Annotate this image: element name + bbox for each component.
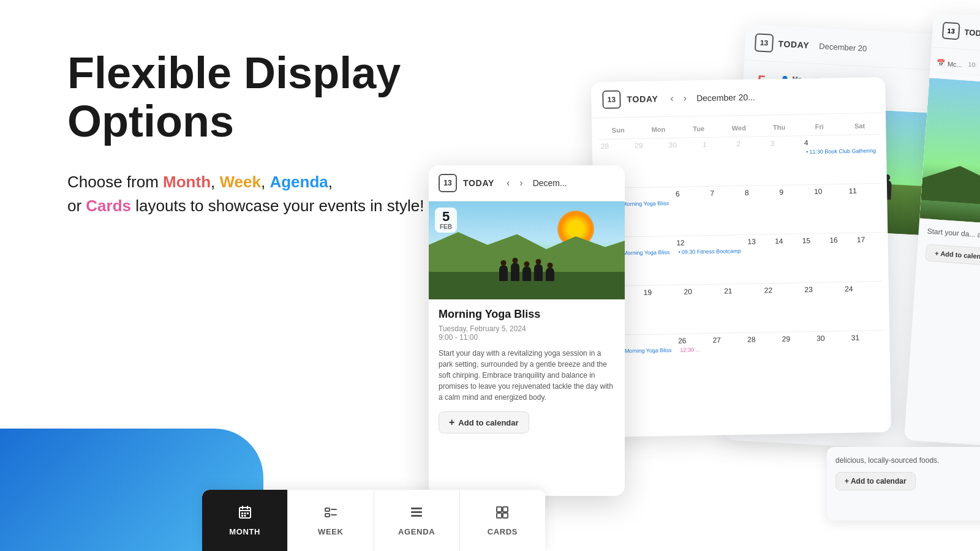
card-date-num: 5	[440, 210, 452, 223]
cell-2[interactable]: 2	[734, 137, 769, 186]
svg-rect-6	[247, 512, 249, 514]
cell-28b[interactable]: 28	[745, 332, 780, 381]
svg-rect-13	[411, 508, 422, 509]
cell-12[interactable]: 12 09:30 Fitness Bootcamp	[674, 235, 746, 285]
cell-30b[interactable]: 30	[814, 331, 850, 380]
cell-13[interactable]: 13	[745, 234, 773, 283]
add-to-calendar-front[interactable]: + Add to calendar	[439, 411, 529, 433]
comma3: ,	[328, 173, 333, 191]
svg-rect-19	[503, 513, 508, 518]
card-title: Morning Yoga Bliss	[439, 308, 615, 321]
svg-rect-4	[241, 512, 243, 514]
nav-agenda[interactable]: AGENDA	[374, 490, 460, 551]
cell-7[interactable]: 7	[707, 186, 743, 235]
back-today-label[interactable]: TODAY	[778, 39, 810, 50]
day-tue: Tue	[679, 122, 719, 135]
add-to-calendar-second[interactable]: + Add to calendar	[835, 472, 916, 490]
cell-29[interactable]: 29	[632, 138, 667, 187]
calendar-panels: 13 TODAY December 20 5 FEB Mc... 10:	[429, 18, 980, 545]
cell-3[interactable]: 3	[767, 136, 802, 185]
week-5: 25 10:00 Morning Yoga Bliss 26 12:30 ...…	[601, 330, 884, 384]
cell-31[interactable]: 31	[849, 331, 884, 380]
card-description: Start your day with a revitalizing yoga …	[439, 348, 615, 403]
panel-mid: 13 TODAY ‹ › December 20... Sun Mon Tue …	[591, 77, 891, 437]
svg-rect-16	[497, 507, 502, 512]
today-badge-back: 13	[755, 33, 774, 53]
comma2: ,	[261, 173, 270, 191]
cell-19[interactable]: 19	[641, 285, 682, 334]
cell-11[interactable]: 11	[846, 184, 881, 233]
highlight-agenda: Agenda	[270, 173, 328, 191]
cell-21[interactable]: 21	[722, 283, 763, 332]
mid-grid: Sun Mon Tue Wed Thu Fri Sat 28 29 30 1 2…	[592, 113, 891, 390]
prev-btn-mid[interactable]: ‹	[666, 92, 677, 105]
month-icon	[238, 505, 252, 523]
month-label: MONTH	[229, 527, 260, 536]
week-icon	[323, 505, 338, 523]
today-btn-front[interactable]: TODAY	[463, 178, 494, 188]
svg-rect-8	[244, 515, 246, 517]
day-mon: Mon	[638, 123, 679, 136]
cell-20[interactable]: 20	[681, 285, 722, 334]
week-2: 5 10:00 Morning Yoga Bliss 6 7 8 9 10 11	[599, 183, 881, 237]
next-btn-mid[interactable]: ›	[680, 91, 691, 105]
today-btn-mid[interactable]: TODAY	[627, 94, 658, 104]
cell-6[interactable]: 6	[673, 187, 709, 236]
cell-27[interactable]: 27	[710, 333, 745, 382]
cell-30[interactable]: 30	[666, 138, 701, 187]
card-event-image: 5 FEB	[429, 201, 625, 299]
agenda-label: AGENDA	[398, 527, 435, 536]
week-4: 18 19 20 21 22 23 24	[601, 281, 883, 335]
nav-week[interactable]: WEEK	[288, 490, 374, 551]
svg-rect-9	[325, 508, 330, 511]
cell-9[interactable]: 9	[777, 185, 812, 234]
today-badge-mid: 13	[602, 90, 621, 109]
day-fri: Fri	[799, 120, 840, 133]
day-sat: Sat	[839, 119, 880, 132]
week-label: WEEK	[318, 527, 344, 536]
cell-29b[interactable]: 29	[780, 332, 815, 381]
card-date-overlay: 5 FEB	[435, 208, 457, 233]
cell-8[interactable]: 8	[742, 186, 778, 234]
card-people	[429, 263, 625, 281]
right-image-bg	[919, 78, 980, 231]
cell-14[interactable]: 14	[772, 234, 801, 283]
back-month-label: December 20	[819, 41, 867, 53]
month-year-mid: December 20...	[696, 92, 755, 103]
cell-26[interactable]: 26 12:30 ...	[676, 334, 711, 383]
add-cal-text: Add to calendar	[458, 418, 518, 427]
cell-17[interactable]: 17	[854, 233, 883, 282]
prev-btn-front[interactable]: ‹	[503, 176, 513, 190]
nav-cards[interactable]: CARDS	[460, 490, 545, 551]
cell-4[interactable]: 4 11:30 Book Club Gathering	[802, 135, 881, 184]
right-add-cal[interactable]: + Add to calend...	[925, 244, 980, 266]
second-card-text: delicious, locally-sourced foods.	[835, 455, 980, 466]
image-scene	[429, 201, 625, 299]
cell-23[interactable]: 23	[802, 282, 843, 331]
left-section: Flexible Display Options Choose from Mon…	[67, 49, 466, 218]
back-today-num: 13	[760, 39, 768, 48]
week-3: 11 10:00 Morning Yoga Bliss 12 09:30 Fit…	[600, 232, 882, 286]
svg-rect-17	[503, 507, 508, 512]
day-sun: Sun	[598, 124, 638, 137]
card-content: Morning Yoga Bliss Tuesday, February 5, …	[429, 299, 625, 442]
cell-24[interactable]: 24	[842, 282, 883, 331]
cell-16[interactable]: 16	[827, 233, 855, 282]
cell-10[interactable]: 10	[812, 184, 847, 233]
cell-1[interactable]: 1	[700, 137, 735, 186]
svg-rect-5	[244, 512, 246, 514]
week-1: 28 29 30 1 2 3 4 11:30 Book Club Gatheri…	[598, 134, 881, 188]
nav-month[interactable]: MONTH	[202, 490, 288, 551]
cards-icon	[495, 505, 510, 523]
right-hills	[921, 163, 980, 213]
next-btn-front[interactable]: ›	[516, 176, 526, 190]
highlight-month: Month	[163, 173, 211, 191]
cards-label: CARDS	[488, 527, 518, 536]
cell-15[interactable]: 15	[800, 234, 828, 283]
card-datetime: Tuesday, February 5, 2024 9:00 - 11:00	[439, 324, 615, 342]
title-text: Flexible Display Options	[67, 48, 401, 146]
day-thu: Thu	[759, 121, 799, 133]
cell-22[interactable]: 22	[762, 283, 803, 332]
panel-front: 13 TODAY ‹ › Decem...	[429, 165, 625, 496]
svg-rect-15	[411, 515, 422, 517]
